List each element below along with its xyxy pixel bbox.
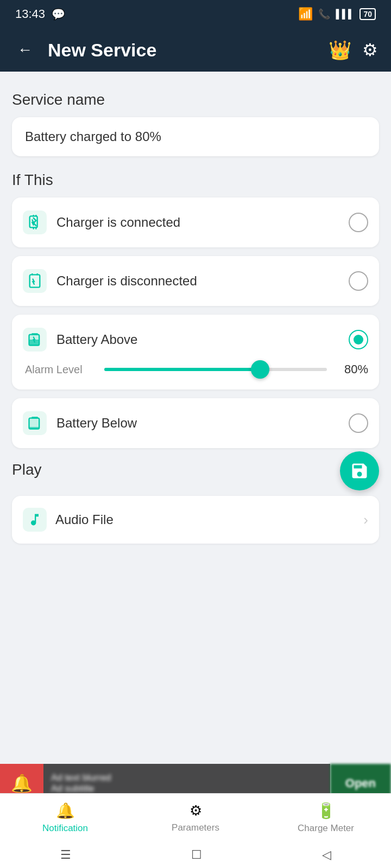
charger-connected-label: Charger is connected [56, 215, 339, 230]
service-name-label: Service name [12, 91, 379, 108]
nav-notification[interactable]: 🔔 Notification [0, 802, 130, 834]
android-menu-button[interactable]: ☰ [60, 848, 71, 862]
main-content: Service name If This Charger is connecte… [0, 72, 391, 559]
alarm-level-row: Alarm Level 80% [23, 362, 368, 376]
ad-text-line1: Ad text blurred [51, 773, 323, 783]
if-this-label: If This [12, 171, 379, 189]
svg-rect-11 [31, 417, 38, 419]
notification-nav-icon: 🔔 [56, 802, 75, 820]
audio-file-card[interactable]: Audio File › [12, 496, 379, 544]
alarm-level-value: 80% [336, 362, 368, 376]
alarm-level-label: Alarm Level [25, 363, 96, 376]
battery-above-card: Battery Above Alarm Level 80% [12, 315, 379, 390]
alarm-level-track[interactable] [104, 368, 327, 371]
audio-file-icon [23, 508, 47, 532]
page-title: New Service [48, 40, 318, 61]
charger-disconnected-card: Charger is disconnected [12, 256, 379, 306]
nav-parameters[interactable]: ⚙ Parameters [130, 802, 261, 833]
service-name-card [12, 117, 379, 156]
charger-disconnected-icon [23, 269, 47, 293]
play-label: Play [12, 461, 41, 478]
battery-below-card: Battery Below [12, 398, 379, 448]
svg-rect-10 [29, 427, 40, 429]
crown-icon[interactable]: 👑 [329, 39, 351, 61]
back-button[interactable]: ← [13, 37, 37, 63]
parameters-nav-label: Parameters [172, 822, 219, 833]
battery-above-label: Battery Above [56, 332, 339, 347]
charger-disconnected-radio[interactable] [349, 271, 368, 291]
battery-below-label: Battery Below [56, 416, 339, 431]
status-right: 📶 📞 ▌▌▌ 70 [298, 7, 376, 21]
battery-indicator: 70 [360, 8, 376, 20]
charge-meter-nav-label: Charge Meter [298, 823, 354, 834]
play-section: Play Audio File › [12, 457, 379, 544]
svg-rect-7 [31, 333, 38, 335]
bottom-nav: 🔔 Notification ⚙ Parameters 🔋 Charge Met… [0, 793, 391, 842]
charger-connected-radio[interactable] [349, 213, 368, 232]
charge-meter-nav-icon: 🔋 [317, 802, 336, 820]
charger-disconnected-label: Charger is disconnected [56, 273, 339, 289]
parameters-nav-icon: ⚙ [190, 802, 202, 819]
charger-connected-card: Charger is connected [12, 197, 379, 247]
svg-rect-1 [30, 275, 40, 287]
audio-file-label: Audio File [55, 512, 355, 527]
status-time: 13:43 [15, 7, 45, 21]
battery-above-row: Battery Above [23, 328, 368, 352]
battery-below-radio[interactable] [349, 413, 368, 433]
charger-connected-icon [23, 210, 47, 234]
wifi-icon: 📶 [298, 7, 313, 21]
battery-above-radio[interactable] [349, 330, 368, 349]
chevron-right-icon: › [363, 512, 368, 528]
settings-icon[interactable]: ⚙ [362, 40, 378, 60]
status-bar: 13:43 💬 📶 📞 ▌▌▌ 70 [0, 0, 391, 28]
battery-below-icon [23, 411, 47, 435]
status-left: 13:43 💬 [15, 7, 65, 21]
android-back-button[interactable]: ◁ [322, 848, 331, 862]
battery-above-radio-inner [354, 335, 363, 344]
battery-above-icon [23, 328, 47, 352]
nav-charge-meter[interactable]: 🔋 Charge Meter [261, 802, 391, 834]
charger-disconnected-row: Charger is disconnected [23, 269, 368, 293]
charger-connected-row: Charger is connected [23, 210, 368, 234]
call-icon: 📞 [318, 8, 330, 20]
alarm-level-fill [104, 368, 260, 371]
android-home-button[interactable]: ☐ [191, 848, 202, 862]
app-header: ← New Service 👑 ⚙ [0, 28, 391, 72]
service-name-input[interactable] [25, 129, 366, 144]
save-button[interactable] [340, 451, 379, 490]
signal-icon: ▌▌▌ [336, 9, 354, 19]
play-header: Play [12, 457, 379, 487]
notification-nav-label: Notification [42, 823, 88, 834]
whatsapp-icon: 💬 [52, 8, 65, 21]
battery-below-row: Battery Below [23, 411, 368, 435]
ad-text-line2: Ad subtitle [51, 783, 323, 794]
android-nav-bar: ☰ ☐ ◁ [0, 842, 391, 868]
alarm-level-thumb[interactable] [251, 360, 269, 379]
